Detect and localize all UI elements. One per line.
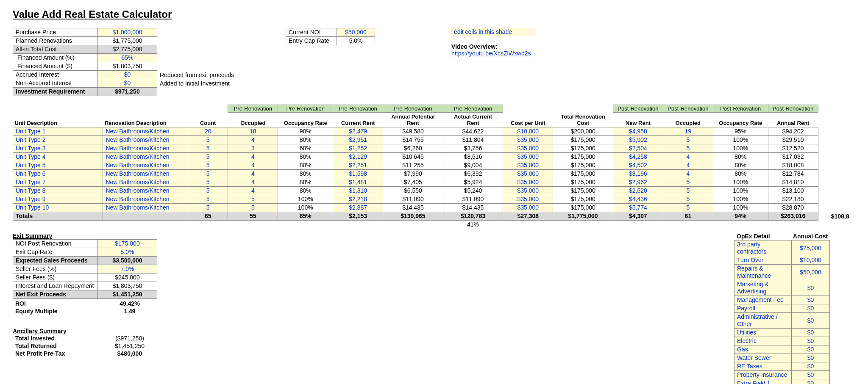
- opex-label[interactable]: Payroll: [734, 304, 792, 313]
- video-overview-link[interactable]: https://youtu.be/XcsZlWxwd2s: [451, 50, 531, 57]
- opex-label[interactable]: Marketing & Advertising: [734, 280, 792, 296]
- unit-cur-rent[interactable]: $2,887: [333, 204, 383, 212]
- unit-count[interactable]: 20: [188, 127, 228, 136]
- reno-desc[interactable]: New Bathrooms/Kitchen: [103, 161, 188, 170]
- opex-label[interactable]: Utilities: [734, 329, 792, 337]
- unit-occ2[interactable]: 5: [663, 187, 713, 195]
- unit-cpu[interactable]: $35,000: [503, 136, 553, 144]
- nonaccrued-value[interactable]: $0: [98, 79, 157, 88]
- opex-value[interactable]: $0: [792, 280, 830, 296]
- unit-occ2[interactable]: 4: [663, 161, 713, 170]
- unit-count[interactable]: 5: [188, 178, 228, 187]
- unit-count[interactable]: 5: [188, 170, 228, 178]
- unit-new-rent[interactable]: $2,620: [613, 187, 663, 195]
- reno-desc[interactable]: New Bathrooms/Kitchen: [103, 178, 188, 187]
- unit-occ2[interactable]: 5: [663, 144, 713, 153]
- unit-cpu[interactable]: $35,000: [503, 204, 553, 212]
- opex-label[interactable]: Turn Over: [734, 256, 792, 265]
- unit-occupied[interactable]: 4: [228, 153, 278, 161]
- opex-label[interactable]: Electric: [734, 337, 792, 345]
- unit-count[interactable]: 5: [188, 144, 228, 153]
- unit-occupied[interactable]: 4: [228, 161, 278, 170]
- unit-desc[interactable]: Unit Type 9: [13, 195, 103, 204]
- unit-occ2[interactable]: 4: [663, 153, 713, 161]
- unit-new-rent[interactable]: $2,504: [613, 144, 663, 153]
- opex-label[interactable]: Management Fee: [734, 296, 792, 304]
- unit-desc[interactable]: Unit Type 5: [13, 161, 103, 170]
- opex-value[interactable]: $10,000: [792, 256, 830, 265]
- unit-occupied[interactable]: 5: [228, 195, 278, 204]
- reno-desc[interactable]: New Bathrooms/Kitchen: [103, 136, 188, 144]
- opex-value[interactable]: $0: [792, 379, 830, 384]
- unit-count[interactable]: 5: [188, 187, 228, 195]
- unit-occ2[interactable]: 4: [663, 170, 713, 178]
- unit-cur-rent[interactable]: $2,479: [333, 127, 383, 136]
- unit-desc[interactable]: Unit Type 6: [13, 170, 103, 178]
- reno-desc[interactable]: New Bathrooms/Kitchen: [103, 204, 188, 212]
- opex-value[interactable]: $50,000: [792, 265, 830, 280]
- unit-new-rent[interactable]: $4,258: [613, 153, 663, 161]
- unit-desc[interactable]: Unit Type 4: [13, 153, 103, 161]
- opex-label[interactable]: Repairs & Maintenance: [734, 265, 792, 280]
- unit-occupied[interactable]: 4: [228, 136, 278, 144]
- unit-occ2[interactable]: 5: [663, 136, 713, 144]
- reno-desc[interactable]: New Bathrooms/Kitchen: [103, 127, 188, 136]
- unit-desc[interactable]: Unit Type 2: [13, 136, 103, 144]
- unit-new-rent[interactable]: $5,902: [613, 136, 663, 144]
- opex-value[interactable]: $0: [792, 354, 830, 362]
- unit-count[interactable]: 5: [188, 195, 228, 204]
- unit-cpu[interactable]: $10,000: [503, 127, 553, 136]
- unit-new-rent[interactable]: $4,436: [613, 195, 663, 204]
- unit-cur-rent[interactable]: $2,218: [333, 195, 383, 204]
- unit-occupied[interactable]: 3: [228, 144, 278, 153]
- unit-occupied[interactable]: 4: [228, 170, 278, 178]
- unit-new-rent[interactable]: $4,502: [613, 161, 663, 170]
- opex-label[interactable]: 3rd party contractors: [734, 240, 792, 256]
- reno-desc[interactable]: New Bathrooms/Kitchen: [103, 153, 188, 161]
- opex-label[interactable]: Administrative / Other: [734, 313, 792, 329]
- unit-occupied[interactable]: 4: [228, 178, 278, 187]
- unit-count[interactable]: 5: [188, 161, 228, 170]
- unit-new-rent[interactable]: $4,958: [613, 127, 663, 136]
- unit-cpu[interactable]: $35,000: [503, 161, 553, 170]
- opex-value[interactable]: $25,000: [792, 240, 830, 256]
- unit-desc[interactable]: Unit Type 1: [13, 127, 103, 136]
- unit-cpu[interactable]: $35,000: [503, 153, 553, 161]
- unit-cur-rent[interactable]: $1,252: [333, 144, 383, 153]
- opex-value[interactable]: $0: [792, 329, 830, 337]
- opex-value[interactable]: $0: [792, 371, 830, 379]
- unit-occ2[interactable]: 19: [663, 127, 713, 136]
- opex-value[interactable]: $0: [792, 304, 830, 313]
- reno-desc[interactable]: New Bathrooms/Kitchen: [103, 187, 188, 195]
- unit-cur-rent[interactable]: $2,951: [333, 136, 383, 144]
- unit-occupied[interactable]: 18: [228, 127, 278, 136]
- unit-new-rent[interactable]: $2,962: [613, 178, 663, 187]
- unit-cpu[interactable]: $35,000: [503, 195, 553, 204]
- opex-label[interactable]: Water Sewer: [734, 354, 792, 362]
- reno-desc[interactable]: New Bathrooms/Kitchen: [103, 170, 188, 178]
- unit-cpu[interactable]: $35,000: [503, 178, 553, 187]
- opex-value[interactable]: $0: [792, 337, 830, 345]
- unit-desc[interactable]: Unit Type 8: [13, 187, 103, 195]
- unit-occupied[interactable]: 5: [228, 204, 278, 212]
- unit-occ2[interactable]: 5: [663, 204, 713, 212]
- unit-occupied[interactable]: 4: [228, 187, 278, 195]
- unit-cur-rent[interactable]: $1,310: [333, 187, 383, 195]
- unit-cpu[interactable]: $35,000: [503, 144, 553, 153]
- unit-count[interactable]: 5: [188, 136, 228, 144]
- opex-value[interactable]: $0: [792, 296, 830, 304]
- unit-desc[interactable]: Unit Type 10: [13, 204, 103, 212]
- opex-label[interactable]: Gas: [734, 345, 792, 354]
- opex-label[interactable]: RE Taxes: [734, 362, 792, 371]
- unit-desc[interactable]: Unit Type 7: [13, 178, 103, 187]
- accrued-int-value[interactable]: $0: [98, 71, 157, 79]
- unit-cur-rent[interactable]: $2,251: [333, 161, 383, 170]
- unit-new-rent[interactable]: $5,774: [613, 204, 663, 212]
- current-noi-value[interactable]: $50,000: [337, 28, 375, 37]
- purchase-price-value[interactable]: $1,000,000: [98, 28, 157, 37]
- opex-value[interactable]: $0: [792, 362, 830, 371]
- opex-label[interactable]: Property Insurance: [734, 371, 792, 379]
- fin-pct-value[interactable]: 65%: [98, 54, 157, 62]
- unit-count[interactable]: 5: [188, 153, 228, 161]
- reno-desc[interactable]: New Bathrooms/Kitchen: [103, 195, 188, 204]
